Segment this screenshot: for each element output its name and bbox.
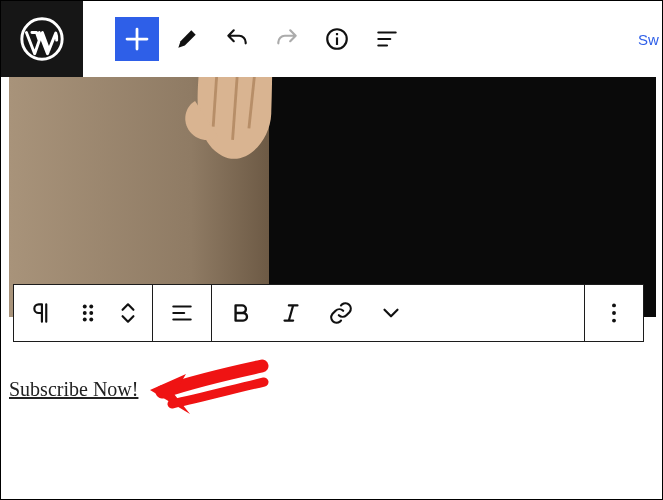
drag-handle-button[interactable] — [68, 285, 108, 341]
wordpress-logo[interactable] — [1, 1, 83, 77]
chevron-down-icon — [378, 300, 404, 326]
svg-point-12 — [612, 319, 616, 323]
up-down-chevron-icon — [115, 300, 141, 326]
svg-point-5 — [89, 305, 93, 309]
details-button[interactable] — [315, 17, 359, 61]
link-icon — [328, 300, 354, 326]
plus-icon — [122, 24, 152, 54]
subscribe-link[interactable]: Subscribe Now! — [9, 378, 138, 401]
svg-point-9 — [89, 318, 93, 322]
italic-icon — [278, 300, 304, 326]
bold-icon — [228, 300, 254, 326]
svg-rect-2 — [336, 37, 338, 45]
more-formatting-button[interactable] — [366, 285, 416, 341]
info-icon — [324, 26, 350, 52]
block-options-button[interactable] — [589, 285, 639, 341]
svg-point-7 — [89, 311, 93, 315]
svg-point-8 — [83, 318, 87, 322]
pilcrow-icon — [30, 300, 56, 326]
drag-handle-icon — [75, 300, 101, 326]
align-button[interactable] — [157, 285, 207, 341]
svg-point-6 — [83, 311, 87, 315]
editor-topbar: Sw — [1, 1, 662, 77]
pencil-icon — [174, 26, 200, 52]
italic-button[interactable] — [266, 285, 316, 341]
annotation-arrow — [144, 354, 274, 444]
svg-point-11 — [612, 311, 616, 315]
redo-icon — [274, 26, 300, 52]
undo-button[interactable] — [215, 17, 259, 61]
link-button[interactable] — [316, 285, 366, 341]
svg-rect-3 — [336, 33, 338, 35]
more-vertical-icon — [601, 300, 627, 326]
align-left-icon — [169, 300, 195, 326]
add-block-button[interactable] — [115, 17, 159, 61]
svg-point-10 — [612, 303, 616, 307]
block-type-button[interactable] — [18, 285, 68, 341]
bold-button[interactable] — [216, 285, 266, 341]
undo-icon — [224, 26, 250, 52]
edit-mode-button[interactable] — [165, 17, 209, 61]
image-hand — [128, 77, 335, 222]
switch-mode-link[interactable]: Sw — [638, 31, 662, 48]
list-view-button[interactable] — [365, 17, 409, 61]
cover-image-block[interactable] — [9, 77, 656, 317]
block-movers-button[interactable] — [108, 285, 148, 341]
block-toolbar — [13, 284, 644, 342]
redo-button[interactable] — [265, 17, 309, 61]
svg-point-4 — [83, 305, 87, 309]
list-outline-icon — [374, 26, 400, 52]
